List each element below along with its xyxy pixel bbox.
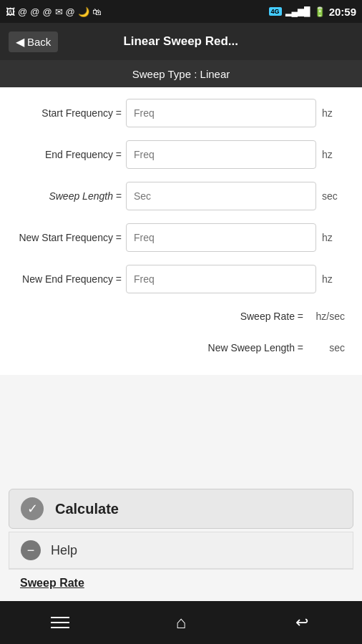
help-minus-icon: − — [21, 540, 41, 560]
at-icon-3: @ — [42, 6, 52, 17]
back-nav-icon: ↩ — [295, 613, 308, 632]
status-bar: 🖼 @ @ @ ✉ @ 🌙 🛍 4G ▂▄▆█ 🔋 20:59 — [0, 0, 362, 23]
main-content: Start Frequency = hz End Frequency = hz … — [0, 87, 362, 601]
back-button[interactable]: ◀ Back — [9, 31, 58, 52]
nav-title: Linear Sweep Red... — [58, 34, 303, 49]
menu-button[interactable] — [39, 608, 82, 637]
sweep-rate-section: Sweep Rate — [9, 569, 353, 594]
button-area: ✓ Calculate − Help Sweep Rate — [0, 482, 362, 601]
sweep-length-input[interactable] — [126, 182, 316, 210]
form-area: Start Frequency = hz End Frequency = hz … — [0, 87, 362, 375]
new-sweep-length-unit: sec — [308, 342, 351, 353]
end-frequency-label: End Frequency = — [11, 149, 126, 160]
mail-icon: ✉ — [55, 6, 63, 17]
battery-icon: 🔋 — [314, 6, 326, 17]
sweep-rate-label: Sweep Rate = — [11, 311, 308, 322]
sweep-type-label: Sweep Type : Linear — [132, 68, 230, 80]
sweep-length-label: Sweep Length = — [11, 190, 126, 202]
back-arrow-icon: ◀ — [16, 35, 24, 49]
end-frequency-input[interactable] — [126, 140, 316, 169]
new-sweep-length-row: New Sweep Length = sec — [11, 335, 351, 361]
start-frequency-row: Start Frequency = hz — [11, 96, 351, 130]
moon-icon: 🌙 — [78, 6, 89, 17]
calculate-check-icon: ✓ — [21, 497, 44, 520]
nav-bar: ◀ Back Linear Sweep Red... — [0, 23, 362, 60]
spacer — [0, 375, 362, 482]
status-icons: 🖼 @ @ @ ✉ @ 🌙 🛍 — [6, 6, 102, 17]
sweep-length-row: Sweep Length = sec — [11, 179, 351, 213]
start-frequency-label: Start Frequency = — [11, 107, 126, 119]
sweep-rate-unit: hz/sec — [308, 311, 351, 322]
sweep-rate-row: Sweep Rate = hz/sec — [11, 303, 351, 329]
at-icon-4: @ — [66, 6, 75, 17]
at-icon-2: @ — [30, 6, 39, 17]
new-end-frequency-row: New End Frequency = hz — [11, 262, 351, 296]
new-start-frequency-input[interactable] — [126, 223, 316, 252]
new-end-frequency-unit: hz — [322, 273, 351, 285]
image-icon: 🖼 — [6, 6, 15, 17]
calculate-button[interactable]: ✓ Calculate — [9, 489, 353, 529]
new-end-frequency-label: New End Frequency = — [11, 273, 126, 285]
sweep-length-unit: sec — [322, 190, 351, 202]
status-time: 20:59 — [329, 6, 356, 18]
bottom-nav: ⌂ ↩ — [0, 601, 362, 644]
lte-badge: 4G — [269, 7, 282, 16]
calculate-label: Calculate — [55, 501, 119, 517]
end-frequency-unit: hz — [322, 149, 351, 160]
new-start-frequency-row: New Start Frequency = hz — [11, 220, 351, 255]
hamburger-icon — [51, 617, 69, 628]
new-start-frequency-unit: hz — [322, 232, 351, 243]
new-end-frequency-input[interactable] — [126, 265, 316, 293]
signal-icon: ▂▄▆█ — [285, 6, 310, 16]
sweep-type-bar: Sweep Type : Linear — [0, 60, 362, 87]
help-button[interactable]: − Help — [9, 532, 353, 569]
help-label: Help — [51, 543, 77, 558]
start-frequency-unit: hz — [322, 107, 351, 119]
new-sweep-length-label: New Sweep Length = — [11, 342, 308, 353]
home-button[interactable]: ⌂ — [160, 608, 202, 637]
status-right: 4G ▂▄▆█ 🔋 20:59 — [269, 6, 356, 18]
sweep-rate-title: Sweep Rate — [20, 577, 84, 589]
end-frequency-row: End Frequency = hz — [11, 137, 351, 172]
new-start-frequency-label: New Start Frequency = — [11, 232, 126, 243]
back-nav-button[interactable]: ↩ — [280, 608, 323, 637]
start-frequency-input[interactable] — [126, 99, 316, 127]
home-icon: ⌂ — [176, 613, 187, 633]
back-label: Back — [27, 36, 51, 48]
at-icon-1: @ — [18, 6, 27, 17]
bag-icon: 🛍 — [92, 6, 102, 17]
